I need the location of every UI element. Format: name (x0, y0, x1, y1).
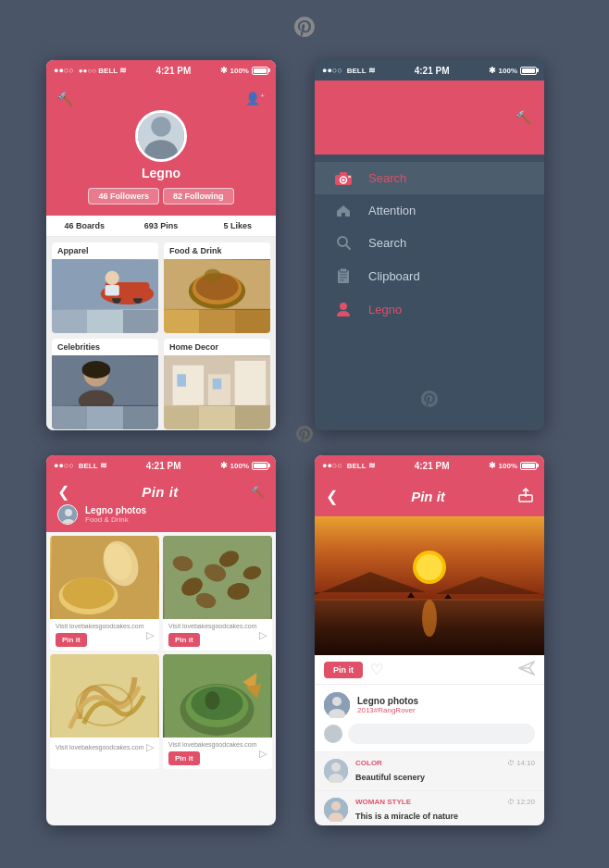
board-card-celebrities[interactable]: Celebrities (52, 339, 158, 429)
likes-stat: 5 Likes (199, 221, 276, 230)
comment-text-1: Beautiful scenery (355, 773, 425, 782)
pin-detail-title: Pin it (411, 489, 445, 504)
pin-card-2[interactable]: Visit lovebakesgoodcakes.com Pin it ▷ (163, 536, 272, 651)
pin-img-4 (163, 654, 272, 738)
send-icon-3[interactable]: ▷ (146, 741, 154, 753)
profile-nav: 🔨 👤+ (46, 88, 276, 110)
menu-item-search1[interactable]: Search (315, 162, 544, 194)
hammer-icon-2[interactable]: 🔨 (516, 110, 531, 125)
pin-grid-content: Visit lovebakesgoodcakes.com Pin it ▷ (46, 532, 276, 773)
svg-rect-22 (235, 361, 267, 405)
svg-rect-36 (340, 279, 344, 281)
pins-stat: 693 Pins (123, 221, 200, 230)
menu-header: 🔨 (315, 81, 544, 155)
pin-grid-subheader: Legno photos Food & Drink (57, 504, 265, 525)
wifi-icon-1: ≋ (119, 66, 127, 75)
board-card-food[interactable]: Food & Drink (164, 242, 270, 333)
pin-it-btn-1[interactable]: Pin it (56, 633, 87, 647)
comment-text-2: This is a miracle of nature (355, 812, 458, 821)
pin-img-2 (163, 536, 272, 619)
board-img-celebrities (52, 355, 158, 406)
board-title-home: Home Decor (164, 339, 270, 355)
pin-it-btn-2[interactable]: Pin it (168, 633, 200, 647)
wifi-icon-4: ≋ (368, 461, 376, 470)
comment-tag-1: COLOR (355, 759, 500, 767)
pin-card-3[interactable]: Visit lovebakesgoodcakes.com ▷ (50, 654, 159, 769)
svg-point-78 (332, 697, 342, 706)
pin-detail-header: ❮ Pin it (315, 476, 544, 516)
forward-icon-3[interactable]: 🔨 (251, 486, 265, 499)
battery-icon-2 (520, 67, 537, 75)
svg-point-40 (65, 509, 72, 516)
pin-grid-nav: ❮ Pin it 🔨 (57, 483, 265, 501)
menu-item-clipboard[interactable]: Clipboard (315, 259, 544, 292)
screen-profile: ●●○○ ●●○○ BELL ≋ 4:21 PM ✱ 100% 🔨 👤+ (46, 60, 276, 430)
status-bar-4: ●●○○ BELL ≋ 4:21 PM ✱ 100% (315, 455, 544, 476)
pin-url-2: Visit lovebakesgoodcakes.com (168, 623, 257, 629)
pin-url-3: Visit lovebakesgoodcakes.com (56, 744, 144, 750)
heart-icon[interactable]: ♡ (370, 661, 383, 678)
pin-action-4: Visit lovebakesgoodcakes.com Pin it ▷ (163, 738, 272, 769)
follow-buttons: 46 Followers 82 Following (88, 188, 233, 205)
board-img-apparel (52, 259, 158, 310)
svg-rect-35 (340, 277, 347, 279)
send-icon-4[interactable]: ▷ (259, 748, 267, 760)
following-button[interactable]: 82 Following (163, 188, 234, 205)
home-icon (333, 205, 354, 217)
bluetooth-icon-2: ✱ (489, 66, 496, 75)
svg-point-37 (340, 303, 347, 310)
time-3: 4:21 PM (146, 461, 181, 471)
comment-item-2: Woman Style This is a miracle of nature … (315, 791, 544, 825)
pin-card-1[interactable]: Visit lovebakesgoodcakes.com Pin it ▷ (50, 536, 159, 651)
followers-button[interactable]: 46 Followers (88, 188, 159, 205)
svg-point-63 (205, 691, 220, 710)
comment-item-1: COLOR Beautiful scenery ⏱ 14:10 (315, 752, 544, 791)
menu-list: Search Attention Search (315, 155, 544, 333)
comment-input-field[interactable] (348, 724, 535, 744)
bluetooth-icon-1: ✱ (220, 66, 228, 75)
pin-actions-row: Pin it ♡ (315, 655, 544, 685)
svg-rect-33 (340, 268, 347, 272)
pin-grid-title: Pin it (142, 484, 179, 500)
svg-point-38 (337, 311, 350, 316)
menu-item-legno[interactable]: Legno (315, 292, 544, 326)
pinterest-watermark-menu (421, 391, 438, 412)
bluetooth-icon-3: ✱ (220, 461, 228, 470)
back-icon-4[interactable]: ❮ (326, 488, 338, 505)
add-user-icon[interactable]: 👤+ (245, 92, 265, 106)
bluetooth-icon-4: ✱ (489, 461, 496, 470)
menu-item-attention[interactable]: Attention (315, 194, 544, 227)
wifi-icon-3: ≋ (100, 461, 107, 470)
send-icon-1[interactable]: ▷ (146, 629, 154, 641)
board-card-home[interactable]: Home Decor (164, 339, 270, 429)
sub-info-3: Legno photos Food & Drink (85, 505, 146, 524)
pin-it-detail-btn[interactable]: Pin it (324, 662, 363, 678)
hammer-icon-1[interactable]: 🔨 (57, 92, 73, 106)
svg-point-44 (63, 577, 115, 609)
menu-item-search2[interactable]: Search (315, 227, 544, 259)
pin-card-4[interactable]: Visit lovebakesgoodcakes.com Pin it ▷ (163, 654, 272, 769)
pin-url-4: Visit lovebakesgoodcakes.com (168, 741, 257, 748)
carrier-2: BELL (347, 67, 367, 75)
back-icon-3[interactable]: ❮ (57, 483, 69, 501)
comment-input-avatar (324, 725, 342, 743)
svg-point-68 (416, 554, 442, 580)
pin-action-1: Visit lovebakesgoodcakes.com Pin it ▷ (50, 619, 159, 651)
svg-point-14 (204, 269, 221, 283)
profile-avatar (135, 110, 187, 162)
share-icon-4[interactable] (518, 488, 533, 505)
signal-2: ●●○○ (322, 66, 342, 75)
board-card-apparel[interactable]: Apparel (52, 242, 158, 333)
send-icon-detail[interactable] (518, 661, 535, 678)
svg-point-18 (82, 361, 111, 378)
comment-body-1: COLOR Beautiful scenery (355, 759, 500, 784)
signal-3: ●●○○ (54, 461, 74, 470)
status-bar-2: ●●○○ BELL ≋ 4:21 PM ✱ 100% (315, 60, 544, 81)
battery-icon-3 (252, 462, 268, 470)
svg-point-1 (151, 117, 170, 136)
comment-time-1: ⏱ 14:10 (507, 759, 535, 767)
pin-it-btn-4[interactable]: Pin it (168, 751, 200, 765)
boards-stat: 46 Boards (46, 221, 123, 230)
svg-rect-28 (340, 172, 347, 176)
send-icon-2[interactable]: ▷ (259, 629, 267, 641)
